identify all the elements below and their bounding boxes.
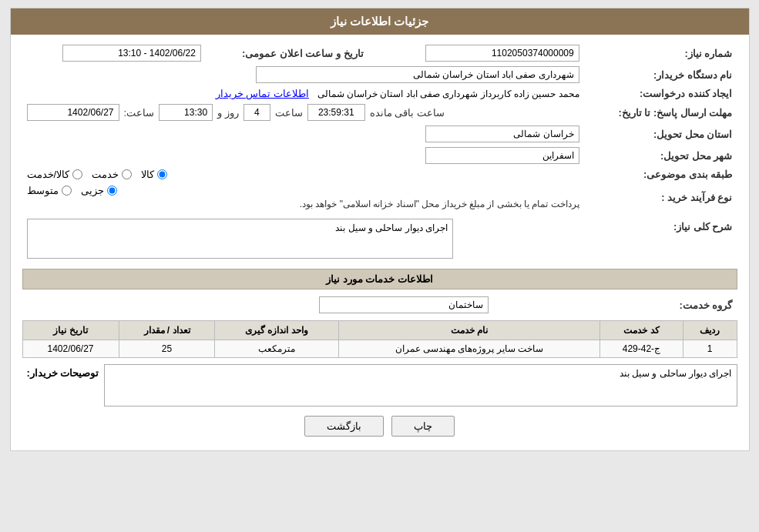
table-cell-row: 1: [683, 340, 737, 358]
province-label: استان محل تحویل:: [584, 123, 737, 145]
announcement-date-label: تاریخ و ساعت اعلان عمومی:: [206, 42, 368, 64]
category-kala-label: کالا: [141, 169, 154, 180]
purchase-jozei-radio[interactable]: [107, 186, 117, 196]
deadline-time: 13:30: [159, 104, 213, 121]
table-cell-code: ج-42-429: [600, 340, 683, 358]
creator-label: ایجاد کننده درخواست:: [584, 85, 737, 102]
category-khadamat-radio[interactable]: [122, 169, 132, 179]
col-row-header: ردیف: [683, 321, 737, 340]
deadline-days: 4: [243, 104, 270, 121]
back-button[interactable]: بازگشت: [304, 416, 384, 437]
buyer-desc-value: اجرای دیوار ساحلی و سیل بند: [104, 364, 737, 407]
table-row: 1ج-42-429ساخت سایر پروژه‌های مهندسی عمرا…: [22, 340, 737, 358]
city-value: اسفراین: [425, 147, 579, 164]
creator-name: محمد حسین زاده کاربرداز شهرداری صفی اباد…: [317, 89, 579, 99]
category-label: طبقه بندی موضوعی:: [584, 166, 737, 182]
city-label: شهر محل تحویل:: [584, 145, 737, 166]
purchase-note: پرداخت تمام یا بخشی از مبلغ خریداز محل "…: [27, 199, 579, 209]
buyer-org-value: شهرداری صفی اباد استان خراسان شمالی: [256, 66, 579, 83]
category-kala-option[interactable]: کالا: [141, 169, 167, 180]
need-desc-value: اجرای دیوار ساحلی و سیل بند: [27, 219, 454, 259]
purchase-type-label: نوع فرآیند خرید :: [584, 182, 737, 212]
page-header: جزئیات اطلاعات نیاز: [11, 8, 749, 35]
service-group-value: ساختمان: [319, 296, 489, 313]
purchase-motavaset-option[interactable]: متوسط: [27, 185, 72, 196]
table-cell-qty: 25: [119, 340, 215, 358]
table-cell-unit: مترمکعب: [215, 340, 338, 358]
deadline-time-sep: ساعت: [275, 107, 303, 119]
services-table: ردیف کد خدمت نام خدمت واحد اندازه گیری ت…: [22, 320, 737, 358]
deadline-remaining: 23:59:31: [307, 104, 365, 121]
deadline-label: مهلت ارسال پاسخ: تا تاریخ:: [584, 102, 737, 123]
deadline-remaining-label: ساعت باقی مانده: [370, 107, 445, 119]
button-row: چاپ بازگشت: [22, 416, 737, 437]
category-khadamat-label: خدمت: [92, 169, 119, 180]
announcement-date-value: 1402/06/22 - 13:10: [62, 45, 201, 62]
col-date-header: تاریخ نیاز: [22, 321, 119, 340]
purchase-jozei-option[interactable]: جزیی: [81, 185, 117, 196]
need-number-label: شماره نیاز:: [584, 42, 737, 64]
buyer-org-label: نام دستگاه خریدار:: [584, 64, 737, 85]
col-code-header: کد خدمت: [600, 321, 683, 340]
category-kala-khadamat-label: کالا/خدمت: [27, 169, 70, 180]
page-title: جزئیات اطلاعات نیاز: [331, 15, 428, 28]
category-kala-radio[interactable]: [157, 169, 167, 179]
creator-link[interactable]: اطلاعات تماس خریدار: [216, 88, 309, 99]
category-kala-khadamat-radio[interactable]: [72, 169, 82, 179]
col-qty-header: تعداد / مقدار: [119, 321, 215, 340]
category-khadamat-option[interactable]: خدمت: [92, 169, 132, 180]
table-cell-date: 1402/06/27: [22, 340, 119, 358]
print-button[interactable]: چاپ: [391, 416, 455, 437]
purchase-jozei-label: جزیی: [81, 185, 104, 196]
deadline-time-label: ساعت:: [124, 107, 155, 119]
need-number-value: 1102050374000009: [425, 45, 579, 62]
category-kala-khadamat-option[interactable]: کالا/خدمت: [27, 169, 83, 180]
service-group-label: گروه خدمت:: [493, 294, 737, 316]
purchase-motavaset-radio[interactable]: [62, 186, 72, 196]
need-desc-label: شرح کلی نیاز:: [458, 216, 737, 261]
buyer-desc-label: توصیحات خریدار:: [22, 364, 99, 379]
table-cell-name: ساخت سایر پروژه‌های مهندسی عمران: [338, 340, 600, 358]
purchase-motavaset-label: متوسط: [27, 185, 59, 196]
deadline-date: 1402/06/27: [27, 104, 119, 121]
col-unit-header: واحد اندازه گیری: [215, 321, 338, 340]
deadline-days-label: روز و: [217, 107, 239, 119]
services-section-header: اطلاعات خدمات مورد نیاز: [22, 269, 737, 289]
col-name-header: نام خدمت: [338, 321, 600, 340]
province-value: خراسان شمالی: [425, 125, 579, 142]
